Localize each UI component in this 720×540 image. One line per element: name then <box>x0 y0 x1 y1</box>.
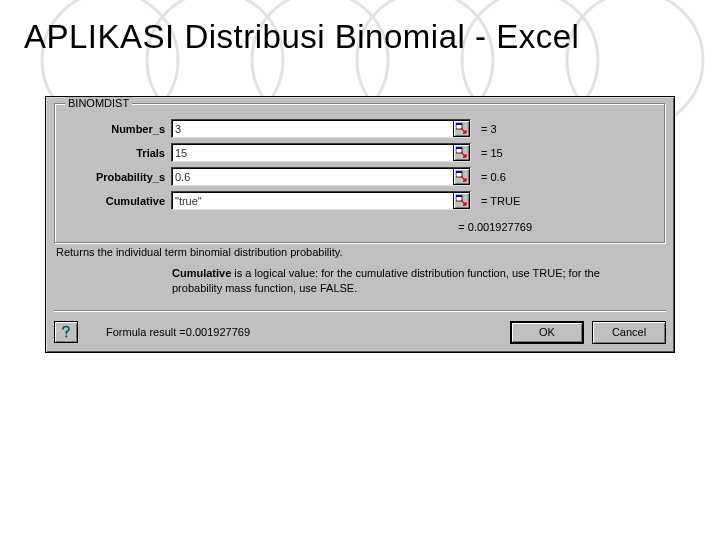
param-equals-probability-s: = 0.6 <box>471 171 506 183</box>
function-groupbox: BINOMDIST Number_s = 3 Tria <box>54 103 666 244</box>
formula-result: Formula result =0.001927769 <box>78 326 502 338</box>
argument-help-name: Cumulative <box>172 267 231 279</box>
separator <box>54 310 666 312</box>
collapse-dialog-icon[interactable] <box>453 120 470 137</box>
number-s-input[interactable] <box>171 119 471 138</box>
svg-point-15 <box>65 335 67 337</box>
trials-input[interactable] <box>171 143 471 162</box>
probability-s-input[interactable] <box>171 167 471 186</box>
param-label-probability-s: Probability_s <box>63 171 171 183</box>
ok-button[interactable]: OK <box>510 321 584 344</box>
param-equals-number-s: = 3 <box>471 123 497 135</box>
svg-rect-14 <box>456 195 462 197</box>
svg-rect-10 <box>456 147 462 149</box>
argument-help-body: is a logical value: for the cumulative d… <box>172 267 600 294</box>
collapse-dialog-icon[interactable] <box>453 144 470 161</box>
argument-help-text: Cumulative is a logical value: for the c… <box>54 266 666 306</box>
param-row-trials: Trials = 15 <box>63 143 657 162</box>
function-description: Returns the individual term binomial dis… <box>54 244 666 266</box>
computed-result: = 0.001927769 <box>63 215 657 235</box>
help-icon <box>59 325 73 339</box>
collapse-dialog-icon[interactable] <box>453 168 470 185</box>
param-label-trials: Trials <box>63 147 171 159</box>
function-arguments-dialog: BINOMDIST Number_s = 3 Tria <box>45 96 675 353</box>
formula-result-label: Formula result = <box>106 326 186 338</box>
param-label-cumulative: Cumulative <box>63 195 171 207</box>
param-row-probability-s: Probability_s = 0.6 <box>63 167 657 186</box>
function-name-legend: BINOMDIST <box>65 97 132 109</box>
help-button[interactable] <box>54 321 78 343</box>
svg-rect-8 <box>456 123 462 125</box>
cumulative-input[interactable] <box>171 191 471 210</box>
param-equals-cumulative: = TRUE <box>471 195 520 207</box>
param-equals-trials: = 15 <box>471 147 503 159</box>
collapse-dialog-icon[interactable] <box>453 192 470 209</box>
dialog-bottom-row: Formula result =0.001927769 OK Cancel <box>54 318 666 344</box>
svg-rect-12 <box>456 171 462 173</box>
param-label-number-s: Number_s <box>63 123 171 135</box>
cancel-button[interactable]: Cancel <box>592 321 666 344</box>
param-row-number-s: Number_s = 3 <box>63 119 657 138</box>
param-row-cumulative: Cumulative = TRUE <box>63 191 657 210</box>
formula-result-value: 0.001927769 <box>186 326 250 338</box>
slide-title: APLIKASI Distribusi Binomial - Excel <box>0 0 720 66</box>
